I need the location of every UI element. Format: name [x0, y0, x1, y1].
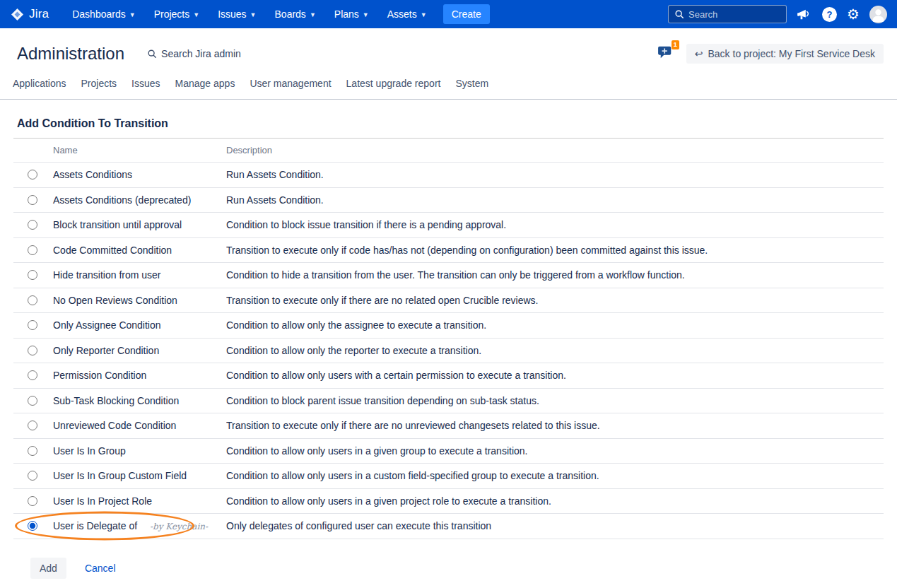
table-row[interactable]: User Is In Project Role Condition to all… [13, 489, 884, 514]
tab-applications[interactable]: Applications [13, 78, 66, 89]
global-search-input[interactable] [688, 9, 780, 20]
admin-search[interactable]: Search Jira admin [147, 48, 241, 59]
tab-issues[interactable]: Issues [131, 78, 160, 89]
condition-radio[interactable] [28, 170, 37, 180]
condition-radio[interactable] [28, 446, 37, 456]
back-to-project-label: Back to project: My First Service Desk [708, 48, 875, 59]
jira-logo-icon [10, 7, 25, 22]
table-row[interactable]: Permission Condition Condition to allow … [13, 363, 884, 389]
condition-description: Condition to hide a transition from the … [226, 269, 884, 281]
jira-brand[interactable]: Jira [10, 7, 49, 22]
table-row[interactable]: Assets Conditions (deprecated) Run Asset… [13, 188, 884, 213]
condition-name: Sub-Task Blocking Condition [53, 395, 179, 406]
condition-description: Condition to allow only users in a custo… [226, 470, 884, 481]
nav-menu-dashboards[interactable]: Dashboards ▼ [64, 0, 143, 28]
condition-radio[interactable] [28, 220, 37, 230]
page-title: Administration [17, 44, 124, 64]
table-row[interactable]: Unreviewed Code Condition Transition to … [13, 413, 884, 439]
condition-radio[interactable] [28, 346, 37, 355]
condition-name: Block transition until approval [53, 219, 182, 230]
search-icon [147, 49, 157, 59]
condition-radio[interactable] [28, 320, 37, 330]
chevron-down-icon: ▼ [310, 10, 316, 18]
condition-description: Transition to execute only if there are … [226, 295, 884, 306]
megaphone-icon[interactable] [797, 8, 812, 20]
condition-description: Run Assets Condition. [226, 169, 884, 180]
tab-user-management[interactable]: User management [250, 78, 331, 89]
nav-menu-issues[interactable]: Issues ▼ [210, 0, 264, 28]
condition-radio[interactable] [28, 195, 37, 205]
nav-menu-plans[interactable]: Plans ▼ [327, 0, 377, 28]
condition-radio[interactable] [28, 396, 37, 406]
condition-name: User Is In Group Custom Field [53, 470, 187, 481]
global-search[interactable] [668, 5, 787, 23]
condition-radio[interactable] [28, 521, 37, 531]
table-row[interactable]: Block transition until approval Conditio… [13, 213, 884, 238]
condition-radio[interactable] [28, 270, 37, 280]
conditions-table-body: Assets Conditions Run Assets Condition. … [13, 163, 884, 539]
nav-menu-label: Dashboards [72, 8, 126, 20]
table-row[interactable]: User Is In Group Condition to allow only… [13, 439, 884, 464]
condition-description: Condition to allow only users in a given… [226, 495, 884, 507]
condition-radio[interactable] [28, 496, 37, 506]
help-icon[interactable]: ? [822, 7, 837, 22]
condition-name: User Is In Project Role [53, 495, 152, 507]
chevron-down-icon: ▼ [250, 10, 257, 18]
tab-latest-upgrade-report[interactable]: Latest upgrade report [346, 78, 441, 89]
table-row[interactable]: Only Reporter Condition Condition to all… [13, 339, 884, 364]
nav-menu-projects[interactable]: Projects ▼ [146, 0, 208, 28]
condition-description: Transition to execute only if there are … [226, 420, 884, 431]
table-row[interactable]: User is Delegate of -by Keychain- Only d… [13, 514, 884, 539]
condition-vendor-label: -by Keychain- [150, 522, 208, 531]
nav-menu-label: Projects [154, 8, 190, 20]
notification-badge: 1 [672, 40, 679, 49]
table-row[interactable]: Hide transition from user Condition to h… [13, 263, 884, 288]
chevron-down-icon: ▼ [193, 10, 199, 18]
condition-radio[interactable] [28, 370, 37, 380]
condition-name: Code Committed Condition [53, 245, 172, 256]
add-button[interactable]: Add [30, 558, 66, 579]
condition-radio[interactable] [28, 245, 37, 255]
table-row[interactable]: Assets Conditions Run Assets Condition. [13, 163, 884, 188]
condition-description: Condition to allow only the reporter to … [226, 345, 884, 356]
brand-text: Jira [29, 7, 49, 21]
condition-radio[interactable] [28, 421, 37, 430]
table-row[interactable]: No Open Reviews Condition Transition to … [13, 288, 884, 314]
search-icon [674, 9, 684, 19]
table-row[interactable]: Code Committed Condition Transition to e… [13, 238, 884, 264]
gear-icon[interactable]: ⚙ [847, 7, 860, 21]
nav-menu-label: Assets [387, 8, 417, 20]
condition-name: User is Delegate of [53, 520, 137, 531]
table-row[interactable]: User Is In Group Custom Field Condition … [13, 464, 884, 489]
chevron-down-icon: ▼ [421, 10, 427, 18]
condition-name: Assets Conditions (deprecated) [53, 194, 191, 206]
chevron-down-icon: ▼ [129, 10, 136, 18]
column-header-name: Name [53, 145, 226, 155]
nav-menu-label: Boards [275, 8, 306, 20]
back-to-project-button[interactable]: ↩ Back to project: My First Service Desk [686, 44, 884, 64]
nav-menu-boards[interactable]: Boards ▼ [267, 0, 324, 28]
user-avatar[interactable] [869, 6, 887, 23]
nav-menu-label: Issues [218, 8, 246, 20]
table-row[interactable]: Only Assignee Condition Condition to all… [13, 313, 884, 339]
tab-projects[interactable]: Projects [81, 78, 117, 89]
feedback-icon[interactable]: 1 [658, 45, 676, 62]
condition-radio[interactable] [28, 295, 37, 305]
condition-description: Condition to block parent issue transiti… [226, 395, 884, 406]
column-header-description: Description [226, 145, 884, 155]
tab-system[interactable]: System [455, 78, 488, 89]
admin-tabs: Applications Projects Issues Manage apps… [0, 78, 897, 100]
cancel-link[interactable]: Cancel [85, 563, 116, 574]
chevron-down-icon: ▼ [363, 10, 369, 18]
condition-radio[interactable] [28, 471, 37, 481]
condition-name: User Is In Group [53, 445, 126, 457]
condition-description: Transition to execute only if code has/h… [226, 245, 884, 256]
condition-name: No Open Reviews Condition [53, 295, 177, 306]
table-row[interactable]: Sub-Task Blocking Condition Condition to… [13, 389, 884, 414]
footer-actions: Add Cancel [13, 539, 884, 579]
condition-description: Condition to allow only users with a cer… [226, 370, 884, 381]
condition-description: Condition to allow only users in a given… [226, 445, 884, 457]
create-button[interactable]: Create [443, 4, 490, 24]
tab-manage-apps[interactable]: Manage apps [175, 78, 235, 89]
nav-menu-assets[interactable]: Assets ▼ [380, 0, 435, 28]
